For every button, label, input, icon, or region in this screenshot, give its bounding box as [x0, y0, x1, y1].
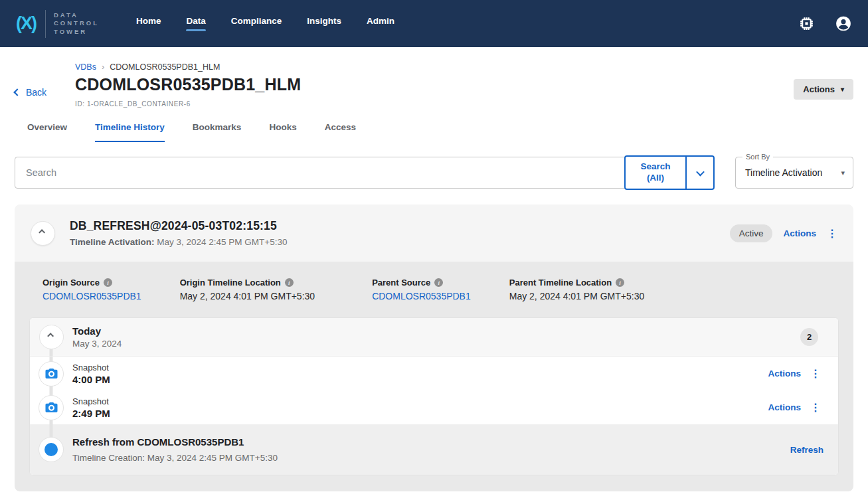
event-type-label: Snapshot: [72, 363, 110, 373]
logo-line-1: DATA: [54, 11, 99, 19]
info-icon[interactable]: i: [434, 278, 443, 287]
page-actions-label: Actions: [803, 84, 835, 94]
nav-item-compliance[interactable]: Compliance: [231, 16, 282, 31]
tab-overview[interactable]: Overview: [27, 122, 67, 142]
nav-item-data[interactable]: Data: [186, 16, 205, 31]
timeline-card: DB_REFRESH@2024-05-03T02:15:15 Timeline …: [15, 205, 853, 491]
event-count-badge: 2: [800, 328, 818, 346]
tab-hooks[interactable]: Hooks: [269, 122, 296, 142]
breadcrumb-separator-icon: ›: [102, 62, 104, 72]
account-icon[interactable]: [835, 15, 852, 33]
search-toolbar: Search (All) Sort By Timeline Activation…: [15, 157, 853, 189]
back-label: Back: [26, 87, 46, 98]
activation-label: Timeline Activation:: [70, 237, 155, 247]
snapshot-actions-link[interactable]: Actions: [768, 369, 801, 378]
field-value: May 2, 2024 4:01 PM GMT+5:30: [180, 291, 315, 301]
breadcrumb: VDBs › CDOMLOSR0535PDB1_HLM: [75, 62, 794, 72]
parent-source-link[interactable]: CDOMLOSR0535PDB1: [372, 291, 471, 301]
page-actions-button[interactable]: Actions ▾: [794, 79, 853, 100]
refresh-link[interactable]: Refresh: [790, 445, 824, 455]
refresh-event-title: Refresh from CDOMLOSR0535PDB1: [72, 436, 278, 448]
tab-access[interactable]: Access: [325, 122, 356, 142]
day-title: Today: [72, 325, 122, 337]
activation-value: May 3, 2024 2:45 PM GMT+5:30: [155, 237, 288, 247]
breadcrumb-link-vdbs[interactable]: VDBs: [75, 62, 96, 72]
camera-icon: [39, 361, 64, 386]
timeline-title: DB_REFRESH@2024-05-03T02:15:15: [70, 219, 288, 233]
kebab-menu-icon[interactable]: ⋮: [810, 401, 821, 414]
nav-item-home[interactable]: Home: [136, 16, 161, 31]
field-label: Parent Timeline Location: [509, 278, 612, 288]
snapshot-row: Snapshot 4:00 PM Actions ⋮: [30, 357, 838, 390]
nav-item-admin[interactable]: Admin: [367, 16, 394, 31]
page-header: Back VDBs › CDOMLOSR0535PDB1_HLM CDOMLOS…: [0, 47, 868, 108]
tab-bookmarks[interactable]: Bookmarks: [193, 122, 242, 142]
back-button[interactable]: Back: [15, 87, 46, 98]
info-icon[interactable]: i: [104, 278, 112, 287]
event-time: 2:49 PM: [72, 408, 110, 419]
sort-by-value: Timeline Activation: [745, 167, 841, 178]
field-label: Origin Source: [43, 278, 100, 288]
dct-logo-icon[interactable]: (X): [16, 13, 36, 34]
page-id: ID: 1-ORACLE_DB_CONTAINER-6: [75, 100, 794, 108]
day-group-header: Today May 3, 2024 2: [30, 318, 838, 357]
sort-by-label: Sort By: [742, 153, 773, 161]
kebab-menu-icon[interactable]: ⋮: [827, 227, 837, 240]
top-navbar: (X) DATA CONTROL TOWER Home Data Complia…: [0, 0, 868, 47]
field-origin-timeline-location: Origin Timeline Location i May 2, 2024 4…: [180, 278, 315, 301]
event-time: 4:00 PM: [72, 374, 110, 385]
sort-by-select[interactable]: Sort By Timeline Activation ▾: [735, 157, 853, 189]
caret-down-icon: ▾: [841, 86, 844, 93]
primary-nav: Home Data Compliance Insights Admin: [136, 16, 394, 31]
api-chip-icon[interactable]: [798, 15, 815, 33]
chevron-down-icon: [696, 167, 705, 176]
nav-item-insights[interactable]: Insights: [307, 16, 341, 31]
timeline-fields: Origin Source i CDOMLOSR0535PDB1 Origin …: [29, 278, 839, 301]
logo-line-3: TOWER: [54, 28, 99, 36]
timeline-card-header: DB_REFRESH@2024-05-03T02:15:15 Timeline …: [15, 205, 853, 262]
refresh-event-subtitle: Timeline Creation: May 3, 2024 2:45 PM G…: [72, 453, 278, 463]
field-origin-source: Origin Source i CDOMLOSR0535PDB1: [43, 278, 141, 301]
tab-timeline-history[interactable]: Timeline History: [95, 122, 165, 142]
field-label: Parent Source: [372, 278, 430, 288]
search-split-button: Search (All): [624, 155, 715, 190]
day-date: May 3, 2024: [72, 339, 122, 349]
breadcrumb-current: CDOMLOSR0535PDB1_HLM: [110, 62, 220, 72]
timeline-actions-link[interactable]: Actions: [783, 228, 816, 238]
status-badge: Active: [730, 224, 773, 242]
event-type-label: Snapshot: [72, 396, 110, 406]
collapse-day-button[interactable]: [39, 325, 64, 349]
info-icon[interactable]: i: [285, 278, 294, 287]
search-all-button[interactable]: Search (All): [626, 157, 685, 189]
info-icon[interactable]: i: [616, 278, 624, 287]
field-parent-source: Parent Source i CDOMLOSR0535PDB1: [372, 278, 471, 301]
snapshot-actions-link[interactable]: Actions: [768, 402, 801, 412]
origin-source-link[interactable]: CDOMLOSR0535PDB1: [43, 291, 141, 301]
refresh-event-row: Refresh from CDOMLOSR0535PDB1 Timeline C…: [30, 424, 838, 475]
chevron-up-icon: [39, 229, 45, 236]
search-scope-dropdown-button[interactable]: [685, 157, 713, 189]
snapshot-row: Snapshot 2:49 PM Actions ⋮: [30, 390, 838, 424]
collapse-card-button[interactable]: [31, 221, 55, 246]
search-input[interactable]: [15, 157, 714, 189]
dropdown-arrow-icon: ▾: [841, 169, 845, 177]
refresh-dot-icon: [39, 437, 64, 462]
day-group-card: Today May 3, 2024 2 Snapshot: [29, 317, 839, 475]
tab-bar: Overview Timeline History Bookmarks Hook…: [27, 122, 868, 142]
logo-divider: [45, 10, 46, 38]
page-title: CDOMLOSR0535PDB1_HLM: [75, 75, 794, 94]
kebab-menu-icon[interactable]: ⋮: [810, 367, 821, 380]
logo-line-2: CONTROL: [54, 19, 99, 27]
field-parent-timeline-location: Parent Timeline Location i May 2, 2024 4…: [509, 278, 645, 301]
chevron-up-icon: [47, 333, 54, 339]
logo-wordmark: DATA CONTROL TOWER: [54, 11, 99, 36]
field-value: May 2, 2024 4:01 PM GMT+5:30: [509, 291, 645, 301]
timeline-card-body: Origin Source i CDOMLOSR0535PDB1 Origin …: [15, 262, 853, 491]
field-label: Origin Timeline Location: [180, 278, 281, 288]
camera-icon: [39, 395, 64, 420]
chevron-left-icon: [13, 88, 21, 96]
